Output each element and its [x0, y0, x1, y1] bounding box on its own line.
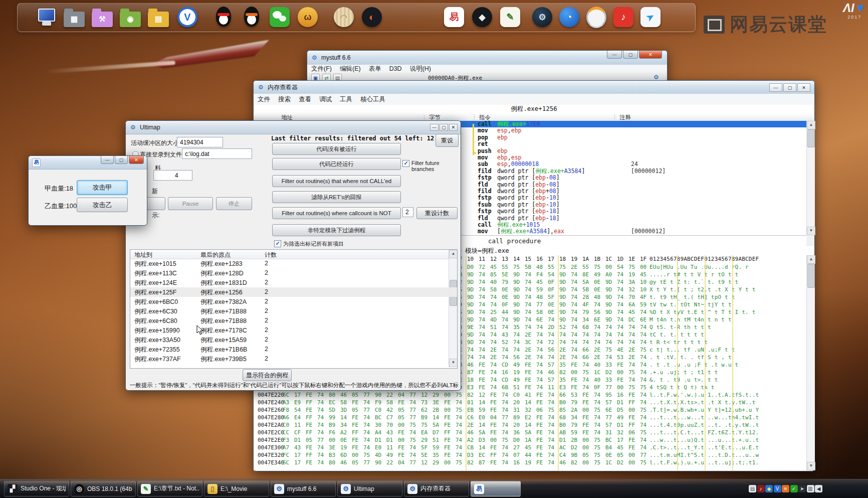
scrollbar-thumb[interactable] — [807, 129, 815, 147]
mystuff-menu-item-3[interactable]: D3D — [385, 64, 406, 73]
ultimap-list-row[interactable]: 例程.exe+1015例程.exe+12832 — [130, 259, 457, 268]
filter-ret-button[interactable]: 滤除从RET's的回报 — [272, 191, 401, 203]
attack-a-button[interactable]: 攻击甲 — [77, 180, 128, 195]
ultimap-titlebar[interactable]: ⚙ Ultimap — [126, 121, 461, 134]
scroll-up-icon[interactable]: ▲ — [807, 121, 815, 129]
memview-menu-item-5[interactable]: 核心工具 — [356, 94, 389, 105]
ultimap-list-row[interactable]: 例程.exe+6C80例程.exe+71B882 — [130, 316, 457, 325]
callcount-input[interactable] — [402, 207, 413, 217]
pointer-tool-icon[interactable]: ➤ — [798, 485, 806, 492]
notepad-icon[interactable]: ✎ — [499, 6, 521, 28]
yi-language-icon[interactable]: 易 — [443, 6, 465, 28]
buffer-size-input[interactable] — [177, 137, 223, 147]
minimize-button[interactable]: — — [769, 83, 782, 92]
minimize-button[interactable]: — — [101, 156, 114, 164]
scroll-down-icon[interactable]: ▼ — [807, 462, 815, 470]
v-app-icon[interactable]: V — [176, 6, 198, 28]
scroll-up-icon[interactable]: ▲ — [807, 255, 815, 264]
keyboard-icon[interactable]: ▤ — [749, 485, 756, 492]
ultimap-list-row[interactable]: 例程.exe+124E例程.exe+1831D2 — [130, 278, 457, 287]
docs-folder-icon[interactable]: ▤ — [147, 6, 169, 28]
pause-button[interactable]: Pause — [168, 197, 213, 210]
reset-button[interactable]: 重设 — [436, 134, 459, 147]
xunlei-icon[interactable]: ➤ — [639, 6, 662, 28]
stop-button[interactable]: 停止 — [216, 197, 252, 210]
volume-icon[interactable]: ◀ — [815, 485, 822, 492]
code-run-button[interactable]: 代码已经运行 — [272, 158, 401, 170]
taskbar-item-内存查看器[interactable]: ⚙内存查看器 — [404, 481, 469, 496]
minimize-button[interactable]: — — [607, 51, 622, 59]
hex-scrollbar[interactable]: ▲ ▼ — [806, 255, 815, 470]
memview-titlebar[interactable]: ⚙ 内存查看器 — [254, 81, 814, 94]
taskbar-item-Studio One - 现场[interactable]: ▞Studio One - 现场 — [4, 481, 69, 496]
taskbar-item-Ultimap[interactable]: ⚙Ultimap — [337, 481, 402, 496]
mark-new-checkbox[interactable]: ✓为筛选出标记所有新项目 — [274, 240, 344, 248]
network-icon[interactable]: ▥ — [807, 485, 814, 492]
overwatch-icon[interactable] — [585, 6, 607, 28]
code-not-run-button[interactable]: 代码没有被运行 — [272, 143, 401, 155]
ultimap-list-row[interactable]: 例程.exe+72355例程.exe+71B6B2 — [130, 345, 457, 354]
green-guard-icon[interactable]: ✓ — [790, 485, 798, 492]
column-count[interactable]: 计数 — [265, 251, 277, 259]
memview-menu-item-3[interactable]: 调试 — [315, 94, 336, 105]
memview-menu-item-1[interactable]: 搜索 — [274, 94, 295, 105]
close-button[interactable]: ✕ — [639, 51, 662, 59]
wechat-icon[interactable] — [269, 6, 291, 28]
taskbar-item-E:\_Movie[interactable]: ▯E:\_Movie — [204, 481, 269, 496]
maximize-button[interactable]: ▢ — [115, 156, 128, 164]
taskbar-item-E:\章节.txt - Not...[interactable]: ✎E:\章节.txt - Not... — [137, 481, 202, 496]
column-address-to[interactable]: 地址到 — [134, 251, 152, 259]
filter-not-called-button[interactable]: Filter out routine(s) that where not CAL… — [272, 175, 401, 187]
ultimap-list-row[interactable]: 例程.exe+6C30例程.exe+71B882 — [130, 306, 457, 316]
reset-count-button[interactable]: 重设计数 — [416, 207, 458, 219]
ultimap-list-row[interactable]: 例程.exe+113C例程.exe+128D2 — [130, 268, 457, 278]
close-button[interactable]: ✕ — [129, 156, 144, 164]
browser-icon[interactable]: ◔ — [558, 6, 580, 28]
attack-b-button[interactable]: 攻击乙 — [77, 198, 128, 212]
apps-folder-icon[interactable]: ▦ — [63, 6, 85, 28]
show-matching-button[interactable]: 显示符合的例程 — [243, 369, 292, 381]
module-filter-button[interactable]: 非特定模块下过滤例程 — [272, 224, 401, 236]
tools-folder-icon[interactable]: ⚒ — [91, 6, 113, 28]
my-computer-icon[interactable] — [35, 6, 57, 28]
filter-future-checkbox[interactable]: ✓Filter future branches — [402, 160, 461, 172]
memview-menu-item-0[interactable]: 文件 — [254, 94, 274, 105]
steam-icon[interactable]: ⚙ — [531, 6, 553, 28]
maximize-button[interactable]: ▢ — [623, 51, 638, 59]
maximize-button[interactable]: ▢ — [783, 83, 796, 92]
close-button[interactable]: ✕ — [449, 124, 458, 131]
qq-2-icon[interactable] — [241, 6, 263, 28]
thunder-tray-icon[interactable]: ◆ — [765, 485, 773, 492]
ultimap-list-row[interactable]: 例程.exe+15990例程.exe+7178C2 — [130, 325, 457, 335]
memview-menu-item-2[interactable]: 查看 — [295, 94, 315, 105]
games-folder-icon[interactable]: ◉ — [119, 6, 141, 28]
ultimap-list-row[interactable]: 例程.exe+125F例程.exe+12562 — [130, 287, 457, 297]
orange-tool-icon[interactable]: ≡ — [782, 485, 789, 492]
unity-icon[interactable]: ◆ — [471, 6, 493, 28]
scrollbar-thumb[interactable] — [807, 264, 815, 288]
ultimap-results-list[interactable]: 地址到 最后的原点 计数 ▲ ▼ 例程.exe+1015例程.exe+12832… — [130, 249, 458, 369]
ultimap-list-row[interactable]: 例程.exe+6BC0例程.exe+7382A2 — [130, 297, 457, 306]
column-comment[interactable]: 注释 — [619, 114, 631, 121]
qq-icon[interactable] — [212, 6, 235, 28]
scroll-down-icon[interactable]: ▼ — [807, 227, 815, 235]
close-button[interactable]: ✕ — [797, 83, 810, 92]
taskbar-item-yi-app[interactable]: 易 — [471, 481, 521, 496]
maximize-button[interactable]: ▢ — [440, 124, 448, 131]
ultimap-list-row[interactable]: 例程.exe+33A50例程.exe+15A592 — [130, 335, 457, 345]
taskbar-item-mystuff 6.6[interactable]: ⚙mystuff 6.6 — [271, 481, 336, 496]
column-instruction[interactable]: 指令 — [479, 114, 491, 121]
mass-effect-icon[interactable]: ◐ — [361, 6, 383, 28]
memview-menu-item-4[interactable]: 工具 — [336, 94, 356, 105]
filter-callcount-button[interactable]: Filter out routine(s) where callcount is… — [272, 207, 401, 219]
taskbar-item-OBS 18.0.1 (64b...[interactable]: ◎OBS 18.0.1 (64b... — [71, 481, 136, 496]
shell-app-icon[interactable]: ◠ — [333, 6, 355, 28]
ultimap-list-row[interactable]: 例程.exe+737AF例程.exe+739B52 — [130, 354, 457, 364]
netease-music-icon[interactable]: ♪ — [612, 6, 634, 28]
v-tray-icon[interactable]: V — [774, 485, 781, 492]
minimize-button[interactable]: — — [430, 124, 439, 131]
music-player-icon[interactable]: ♪ — [757, 485, 765, 492]
log-file-input[interactable] — [182, 148, 252, 159]
fragment-input[interactable] — [153, 170, 192, 181]
yy-voice-icon[interactable]: ω — [297, 6, 319, 28]
